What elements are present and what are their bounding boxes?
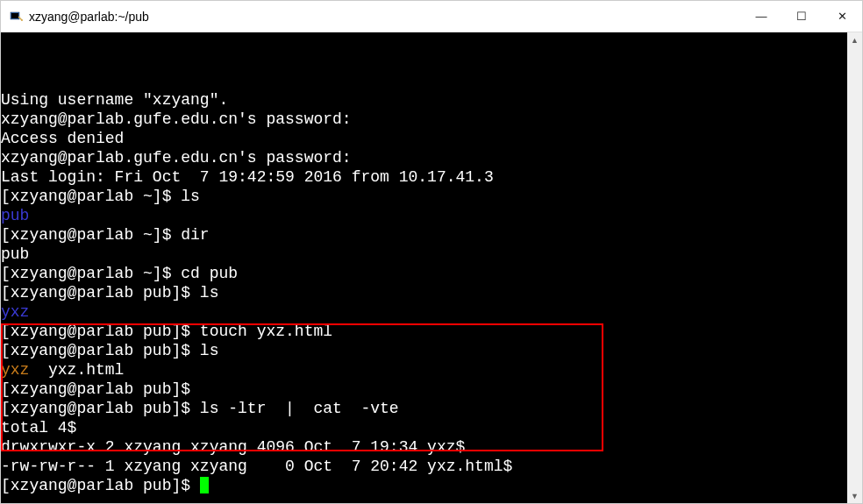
scrollbar[interactable]: ▲ ▼ [847, 32, 862, 503]
terminal-line: total 4$ [1, 418, 847, 437]
terminal-text: [xzyang@parlab pub]$ ls [1, 284, 218, 302]
terminal-text: [xzyang@parlab pub]$ [1, 477, 200, 494]
terminal-text: total 4$ [1, 419, 76, 437]
cursor-icon [200, 477, 209, 493]
terminal-text: Last login: Fri Oct 7 19:42:59 2016 from… [1, 168, 494, 186]
terminal-line: xzyang@parlab.gufe.edu.cn's password: [1, 110, 847, 129]
scroll-down-icon[interactable]: ▼ [847, 488, 862, 503]
terminal-text: -rw-rw-r-- 1 xzyang xzyang 0 Oct 7 20:42… [1, 458, 512, 475]
terminal-line: [xzyang@parlab ~]$ ls [1, 187, 847, 206]
terminal-text: yxz [1, 303, 29, 321]
putty-window: xzyang@parlab:~/pub — ☐ ✕ Using username… [0, 0, 863, 504]
terminal-text: yxz [1, 361, 29, 379]
terminal-text: [xzyang@parlab ~]$ cd pub [1, 265, 238, 282]
terminal-line: [xzyang@parlab pub]$ ls [1, 341, 847, 360]
terminal-line: [xzyang@parlab pub]$ [1, 380, 847, 399]
terminal-line: -rw-rw-r-- 1 xzyang xzyang 0 Oct 7 20:42… [1, 457, 847, 476]
title-bar: xzyang@parlab:~/pub — ☐ ✕ [1, 1, 862, 32]
terminal-line: [xzyang@parlab ~]$ cd pub [1, 264, 847, 283]
terminal-text: xzyang@parlab.gufe.edu.cn's password: [1, 149, 352, 167]
terminal-line: Access denied [1, 129, 847, 148]
terminal-text: xzyang@parlab.gufe.edu.cn's password: [1, 110, 352, 128]
putty-icon [8, 9, 24, 25]
terminal-text: [xzyang@parlab pub]$ [1, 380, 190, 398]
terminal-wrap: Using username "xzyang".xzyang@parlab.gu… [1, 32, 862, 503]
terminal-text: [xzyang@parlab ~]$ dir [1, 226, 210, 244]
terminal-text: Using username "xzyang". [1, 91, 228, 109]
minimize-button[interactable]: — [741, 1, 781, 32]
terminal[interactable]: Using username "xzyang".xzyang@parlab.gu… [1, 32, 847, 503]
terminal-text: pub [1, 207, 29, 224]
close-button[interactable]: ✕ [822, 1, 862, 32]
svg-rect-1 [11, 13, 18, 18]
terminal-line: [xzyang@parlab ~]$ dir [1, 225, 847, 245]
terminal-line: [xzyang@parlab pub]$ touch yxz.html [1, 322, 847, 341]
terminal-line: [xzyang@parlab pub]$ ls -ltr | cat -vte [1, 399, 847, 418]
terminal-line: [xzyang@parlab pub]$ [1, 476, 847, 495]
terminal-text: [xzyang@parlab pub]$ touch yxz.html [1, 323, 332, 340]
terminal-line: drwxrwxr-x 2 xzyang xzyang 4096 Oct 7 19… [1, 437, 847, 457]
window-title: xzyang@parlab:~/pub [29, 10, 741, 24]
terminal-line: Using username "xzyang". [1, 90, 847, 110]
terminal-text: [xzyang@parlab pub]$ ls -ltr | cat -vte [1, 400, 399, 417]
terminal-text: Access denied [1, 130, 124, 147]
terminal-text: [xzyang@parlab pub]$ ls [1, 342, 218, 359]
terminal-line: [xzyang@parlab pub]$ ls [1, 283, 847, 302]
terminal-text: yxz.html [29, 361, 124, 379]
terminal-text: pub [1, 245, 29, 263]
svg-point-3 [21, 19, 23, 21]
window-controls: — ☐ ✕ [741, 1, 862, 32]
terminal-line: xzyang@parlab.gufe.edu.cn's password: [1, 148, 847, 167]
terminal-line: pub [1, 245, 847, 264]
terminal-text: drwxrwxr-x 2 xzyang xzyang 4096 Oct 7 19… [1, 438, 465, 456]
terminal-line: yxz yxz.html [1, 360, 847, 380]
maximize-button[interactable]: ☐ [781, 1, 822, 32]
scroll-up-icon[interactable]: ▲ [847, 32, 862, 47]
terminal-line: yxz [1, 302, 847, 322]
terminal-line: pub [1, 206, 847, 225]
terminal-line: Last login: Fri Oct 7 19:42:59 2016 from… [1, 167, 847, 187]
terminal-text: [xzyang@parlab ~]$ ls [1, 188, 200, 205]
